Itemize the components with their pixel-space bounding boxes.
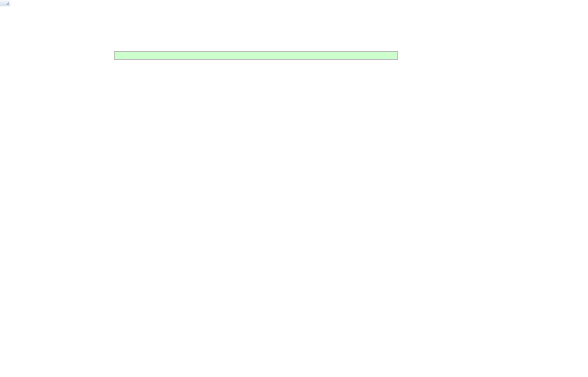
copyright-text — [455, 35, 574, 43]
select-all-corner[interactable] — [0, 0, 10, 6]
workbook-title — [26, 13, 305, 25]
property-address-label — [22, 51, 114, 60]
spreadsheet-app — [0, 0, 588, 377]
investor-column-label — [22, 68, 114, 76]
select-all-icon — [6, 2, 9, 5]
property-address-input[interactable] — [114, 51, 398, 60]
share-header — [114, 68, 150, 76]
website-link[interactable] — [26, 35, 146, 43]
name-header — [150, 68, 256, 76]
back-to-summary-link[interactable] — [317, 15, 373, 24]
